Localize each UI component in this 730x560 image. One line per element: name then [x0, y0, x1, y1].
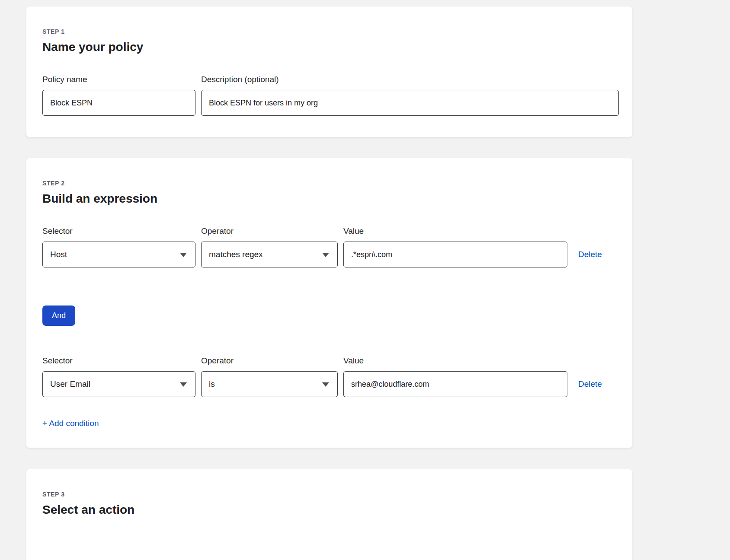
value-label: Value: [343, 356, 567, 366]
operator-label: Operator: [201, 356, 338, 366]
step2-card: STEP 2 Build an expression Selector Host…: [26, 158, 633, 448]
chevron-down-icon: [180, 382, 187, 387]
description-label: Description (optional): [201, 75, 619, 84]
description-field-group: Description (optional): [201, 75, 619, 116]
condition-row-2: Selector User Email Operator is Value De…: [42, 356, 616, 397]
value-label: Value: [343, 226, 567, 236]
step3-label: STEP 3: [42, 491, 616, 498]
selector-dropdown[interactable]: User Email: [42, 371, 195, 397]
step2-title: Build an expression: [42, 192, 616, 206]
policy-name-field-group: Policy name: [42, 75, 195, 116]
step1-fields-row: Policy name Description (optional): [42, 75, 616, 116]
and-row: And: [42, 305, 616, 326]
operator-dropdown-value: is: [209, 379, 215, 389]
step1-card: STEP 1 Name your policy Policy name Desc…: [26, 6, 633, 137]
delete-condition-link[interactable]: Delete: [578, 250, 602, 259]
chevron-down-icon: [322, 253, 329, 257]
operator-dropdown[interactable]: is: [201, 371, 338, 397]
step1-title: Name your policy: [42, 40, 616, 54]
step3-title: Select an action: [42, 503, 616, 517]
selector-dropdown-value: User Email: [50, 379, 90, 389]
chevron-down-icon: [322, 382, 329, 387]
policy-name-label: Policy name: [42, 75, 195, 84]
delete-condition-link[interactable]: Delete: [578, 379, 602, 389]
condition-row-1: Selector Host Operator matches regex Val…: [42, 226, 616, 267]
selector-dropdown-value: Host: [50, 250, 67, 259]
and-button[interactable]: And: [42, 305, 75, 326]
selector-label: Selector: [42, 226, 195, 236]
step3-card: STEP 3 Select an action: [26, 469, 633, 560]
step2-label: STEP 2: [42, 180, 616, 187]
operator-label: Operator: [201, 226, 338, 236]
policy-name-input[interactable]: [42, 90, 195, 116]
step1-label: STEP 1: [42, 28, 616, 35]
operator-field-group: Operator matches regex: [201, 226, 338, 267]
condition-value-input[interactable]: [343, 371, 567, 397]
value-field-group: Value: [343, 226, 567, 267]
operator-dropdown-value: matches regex: [209, 250, 263, 259]
description-input[interactable]: [201, 90, 619, 116]
selector-field-group: Selector Host: [42, 226, 195, 267]
add-condition-link[interactable]: + Add condition: [42, 419, 99, 428]
selector-label: Selector: [42, 356, 195, 366]
selector-field-group: Selector User Email: [42, 356, 195, 397]
operator-field-group: Operator is: [201, 356, 338, 397]
chevron-down-icon: [180, 253, 187, 257]
operator-dropdown[interactable]: matches regex: [201, 242, 338, 267]
condition-value-input[interactable]: [343, 242, 567, 267]
selector-dropdown[interactable]: Host: [42, 242, 195, 267]
value-field-group: Value: [343, 356, 567, 397]
